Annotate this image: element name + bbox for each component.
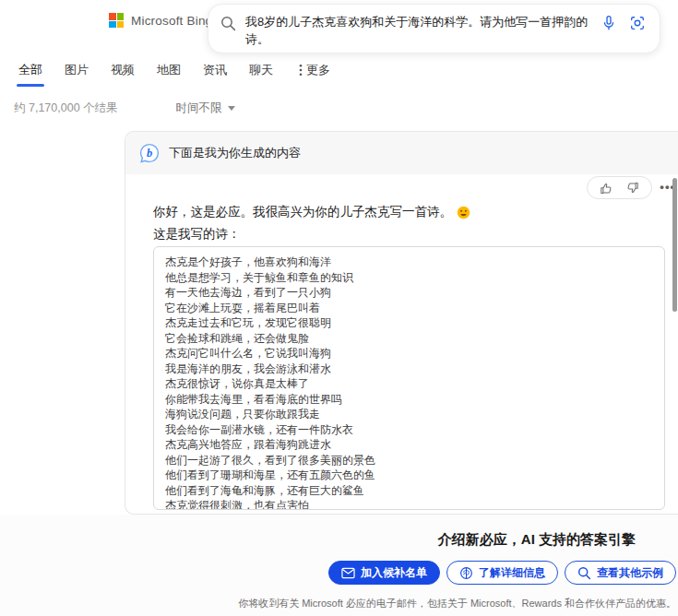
feedback-controls <box>587 176 652 199</box>
poem-code-block: 杰克是个好孩子，他喜欢狗和海洋 他总是想学习，关于鲸鱼和章鱼的知识 有一天他去海… <box>153 246 665 510</box>
ai-answer-card: b 下面是我为你生成的内容 ••• 你好，这是必应。我很高兴为你的儿子杰 <box>125 131 678 515</box>
search-icon <box>220 16 236 31</box>
poem-line: 杰克是个好孩子，他喜欢狗和海洋 <box>165 255 653 270</box>
poem-line: 杰克觉得很刺激，也有点害怕 <box>165 498 653 510</box>
thumbs-up-icon[interactable] <box>599 181 613 195</box>
tab-more-label: 更多 <box>306 62 330 78</box>
tab-chat[interactable]: 聊天 <box>249 62 273 87</box>
poem-line: 他们看到了海龟和海豚，还有巨大的鲨鱼 <box>165 483 653 499</box>
tab-videos[interactable]: 视频 <box>111 62 135 87</box>
smiley-emoji-icon <box>457 206 470 219</box>
time-filter-label: 时间不限 <box>176 101 222 116</box>
chevron-down-icon <box>228 106 235 111</box>
results-bar: 约 7,170,000 个结果 时间不限 <box>14 101 235 116</box>
poem-line: 海狗说没问题，只要你敢跟我走 <box>165 407 653 422</box>
poem-line: 杰克走过去和它玩，发现它很聪明 <box>165 315 653 331</box>
tab-more[interactable]: 更多 <box>299 62 330 87</box>
poem-line: 你能带我去海里，看看海底的世界吗 <box>165 392 653 408</box>
visual-search-icon[interactable] <box>629 15 646 31</box>
poem-line: 有一天他去海边，看到了一只小狗 <box>165 285 653 301</box>
promo-title: 介绍新必应，AI 支持的答案引擎 <box>438 531 636 549</box>
poem-line: 他总是想学习，关于鲸鱼和章鱼的知识 <box>165 270 653 286</box>
poem-line: 我是海洋的朋友，我会游泳和潜水 <box>165 361 653 377</box>
tab-all[interactable]: 全部 <box>18 62 42 87</box>
microsoft-bing-logo[interactable]: Microsoft Bing <box>109 13 212 28</box>
tab-images[interactable]: 图片 <box>65 62 89 87</box>
card-scrollbar[interactable] <box>672 178 677 312</box>
poem-line: 杰克很惊讶，说你真是太棒了 <box>165 376 653 392</box>
search-box[interactable]: 我8岁的儿子杰克喜欢狗和关于海洋的科学。请为他写一首押韵的诗。 <box>208 4 660 53</box>
see-examples-button[interactable]: 查看其他示例 <box>565 561 676 585</box>
poem-line: 他们一起游了很久，看到了很多美丽的景色 <box>165 453 653 468</box>
microphone-icon[interactable] <box>601 15 617 31</box>
ai-answer-card-header: b 下面是我为你生成的内容 <box>125 132 678 174</box>
chat-greeting: 你好，这是必应。我很高兴为你的儿子杰克写一首诗。 <box>153 204 470 220</box>
join-waitlist-button[interactable]: 加入候补名单 <box>328 561 440 585</box>
tab-news[interactable]: 资讯 <box>203 62 227 87</box>
time-filter-dropdown[interactable]: 时间不限 <box>176 101 235 116</box>
search-input[interactable]: 我8岁的儿子杰克喜欢狗和关于海洋的科学。请为他写一首押韵的诗。 <box>245 13 598 48</box>
learn-more-label: 了解详细信息 <box>479 565 545 581</box>
promo-buttons: 加入候补名单 了解详细信息 <box>328 561 676 585</box>
thumbs-down-icon[interactable] <box>625 181 640 195</box>
search-nav-tabs: 全部 图片 视频 地图 资讯 聊天 更多 <box>18 61 352 87</box>
mail-icon <box>341 567 355 579</box>
learn-more-button[interactable]: 了解详细信息 <box>446 561 558 585</box>
poem-intro: 这是我写的诗： <box>153 226 241 243</box>
svg-text:b: b <box>147 147 152 160</box>
brain-icon <box>459 566 473 580</box>
tab-maps[interactable]: 地图 <box>157 62 181 87</box>
join-waitlist-label: 加入候补名单 <box>361 565 427 581</box>
poem-line: 我会给你一副潜水镜，还有一件防水衣 <box>165 422 653 438</box>
bing-search-page: Microsoft Bing 我8岁的儿子杰克喜欢狗和关于海洋的科学。请为他写一… <box>0 0 678 616</box>
logo-text: Microsoft Bing <box>131 14 212 28</box>
see-examples-label: 查看其他示例 <box>597 565 663 581</box>
poem-line: 杰克问它叫什么名，它说我叫海狗 <box>165 346 653 361</box>
promo-disclaimer: 你将收到有关 Microsoft 必应的电子邮件，包括关于 Microsoft、… <box>238 597 676 610</box>
new-bing-promo: 介绍新必应，AI 支持的答案引擎 加入候补名单 <box>0 515 678 616</box>
search-examples-icon <box>577 566 591 580</box>
bing-chat-bubble-icon: b <box>138 142 161 164</box>
poem-line: 杰克高兴地答应，跟着海狗跳进水 <box>165 437 653 453</box>
poem-line: 它在沙滩上玩耍，摇着尾巴叫着 <box>165 301 653 316</box>
results-count: 约 7,170,000 个结果 <box>14 101 118 116</box>
kebab-menu-icon <box>299 64 303 77</box>
microsoft-logo-icon <box>109 13 124 28</box>
chat-greeting-text: 你好，这是必应。我很高兴为你的儿子杰克写一首诗。 <box>153 204 452 220</box>
poem-line: 它会捡球和跳绳，还会做鬼脸 <box>165 331 653 347</box>
generated-content-label: 下面是我为你生成的内容 <box>169 145 301 161</box>
poem-line: 他们看到了珊瑚和海星，还有五颜六色的鱼 <box>165 468 653 483</box>
